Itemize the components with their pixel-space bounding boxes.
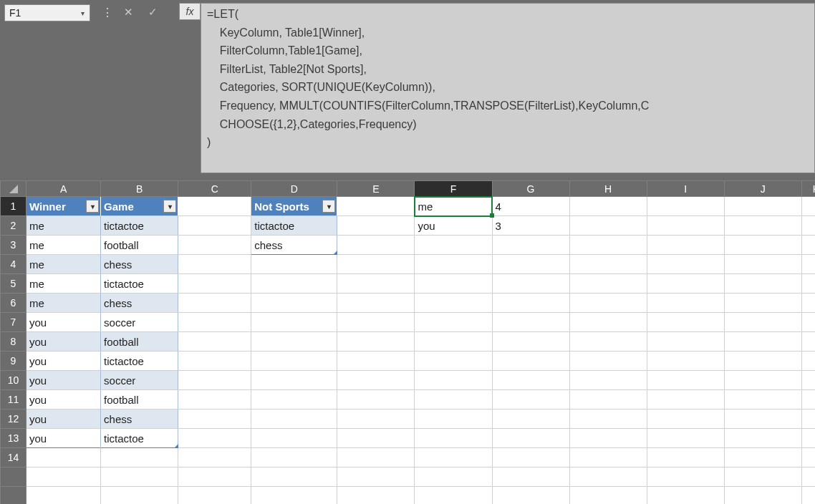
cell[interactable] — [492, 467, 569, 487]
table1-header-game[interactable]: Game ▾ — [101, 197, 178, 216]
filter-dropdown-icon[interactable]: ▾ — [163, 200, 176, 213]
col-header-H[interactable]: H — [569, 181, 647, 197]
col-header-C[interactable]: C — [178, 181, 251, 197]
cell-H12[interactable] — [569, 410, 647, 429]
row-header-14[interactable]: 14 — [1, 448, 26, 467]
cell-F2[interactable]: you — [415, 216, 492, 236]
cell[interactable] — [101, 487, 178, 505]
cell-D7[interactable] — [251, 313, 337, 332]
cell-F12[interactable] — [415, 410, 492, 429]
cell-C6[interactable] — [178, 294, 251, 313]
vertical-dots-icon[interactable]: ⋮ — [100, 3, 115, 19]
cell-E2[interactable] — [337, 216, 415, 236]
cell-C3[interactable] — [178, 236, 251, 255]
cell-A11[interactable]: you — [26, 390, 101, 410]
cell[interactable] — [337, 487, 415, 505]
cell-J13[interactable] — [724, 429, 801, 448]
cell-A10[interactable]: you — [26, 371, 101, 390]
cell-E6[interactable] — [337, 294, 415, 313]
cell-H7[interactable] — [569, 313, 647, 332]
cell-E4[interactable] — [337, 255, 415, 274]
cell-H14[interactable] — [569, 448, 647, 467]
cell-K9[interactable] — [801, 352, 815, 371]
cell[interactable] — [178, 467, 251, 487]
cell-F13[interactable] — [415, 429, 492, 448]
cell-J2[interactable] — [724, 216, 801, 236]
cell-H10[interactable] — [569, 371, 647, 390]
cell-I7[interactable] — [647, 313, 724, 332]
name-box-dropdown-icon[interactable]: ▾ — [77, 8, 87, 18]
cell-A2[interactable]: me — [26, 216, 101, 236]
cell-K11[interactable] — [801, 390, 815, 410]
cell-G9[interactable] — [492, 352, 569, 371]
cancel-formula-button[interactable]: ✕ — [119, 4, 138, 20]
selection-handle[interactable] — [490, 213, 494, 218]
cell-F5[interactable] — [415, 274, 492, 294]
col-header-E[interactable]: E — [337, 181, 415, 197]
cell[interactable] — [415, 467, 492, 487]
cell-D6[interactable] — [251, 294, 337, 313]
cell-G11[interactable] — [492, 390, 569, 410]
cell-J3[interactable] — [724, 236, 801, 255]
cell-H11[interactable] — [569, 390, 647, 410]
row-header-5[interactable]: 5 — [1, 274, 26, 294]
cell-G6[interactable] — [492, 294, 569, 313]
cell-H5[interactable] — [569, 274, 647, 294]
cell-H4[interactable] — [569, 255, 647, 274]
fx-button[interactable]: fx — [179, 3, 201, 20]
cell[interactable] — [178, 487, 251, 505]
col-header-J[interactable]: J — [724, 181, 801, 197]
cell-B12[interactable]: chess — [101, 410, 178, 429]
row-header-blank[interactable] — [1, 487, 26, 505]
col-header-G[interactable]: G — [492, 181, 569, 197]
cell-I5[interactable] — [647, 274, 724, 294]
cell[interactable] — [26, 487, 101, 505]
cell-G8[interactable] — [492, 332, 569, 352]
cell-J4[interactable] — [724, 255, 801, 274]
cell-D13[interactable] — [251, 429, 337, 448]
cell-G3[interactable] — [492, 236, 569, 255]
cell-G13[interactable] — [492, 429, 569, 448]
cell-A3[interactable]: me — [26, 236, 101, 255]
cell-C2[interactable] — [178, 216, 251, 236]
cell-I4[interactable] — [647, 255, 724, 274]
cell-H13[interactable] — [569, 429, 647, 448]
cell-F9[interactable] — [415, 352, 492, 371]
cell-E8[interactable] — [337, 332, 415, 352]
row-header-1[interactable]: 1 — [1, 197, 26, 216]
cell[interactable] — [801, 467, 815, 487]
row-header-2[interactable]: 2 — [1, 216, 26, 236]
cell-D3[interactable]: chess — [251, 236, 337, 255]
cell[interactable] — [251, 467, 337, 487]
cell-J1[interactable] — [724, 197, 801, 216]
cell-I9[interactable] — [647, 352, 724, 371]
cell-H2[interactable] — [569, 216, 647, 236]
cell-A13[interactable]: you — [26, 429, 101, 448]
cell-E5[interactable] — [337, 274, 415, 294]
cell-J14[interactable] — [724, 448, 801, 467]
cell-B2[interactable]: tictactoe — [101, 216, 178, 236]
cell-H1[interactable] — [569, 197, 647, 216]
select-all-corner[interactable] — [1, 181, 26, 197]
cell-J5[interactable] — [724, 274, 801, 294]
cell-B3[interactable]: football — [101, 236, 178, 255]
cell-I6[interactable] — [647, 294, 724, 313]
cell-H8[interactable] — [569, 332, 647, 352]
cell-I2[interactable] — [647, 216, 724, 236]
cell-K12[interactable] — [801, 410, 815, 429]
cell-K6[interactable] — [801, 294, 815, 313]
cell-F3[interactable] — [415, 236, 492, 255]
cell[interactable] — [724, 467, 801, 487]
cell[interactable] — [26, 467, 101, 487]
cell-C11[interactable] — [178, 390, 251, 410]
col-header-B[interactable]: B — [101, 181, 178, 197]
cell-A5[interactable]: me — [26, 274, 101, 294]
cell-A8[interactable]: you — [26, 332, 101, 352]
cell-K4[interactable] — [801, 255, 815, 274]
cell-K1[interactable] — [801, 197, 815, 216]
cell[interactable] — [569, 487, 647, 505]
cell-C4[interactable] — [178, 255, 251, 274]
cell-C14[interactable] — [178, 448, 251, 467]
cell-J8[interactable] — [724, 332, 801, 352]
cell-I14[interactable] — [647, 448, 724, 467]
